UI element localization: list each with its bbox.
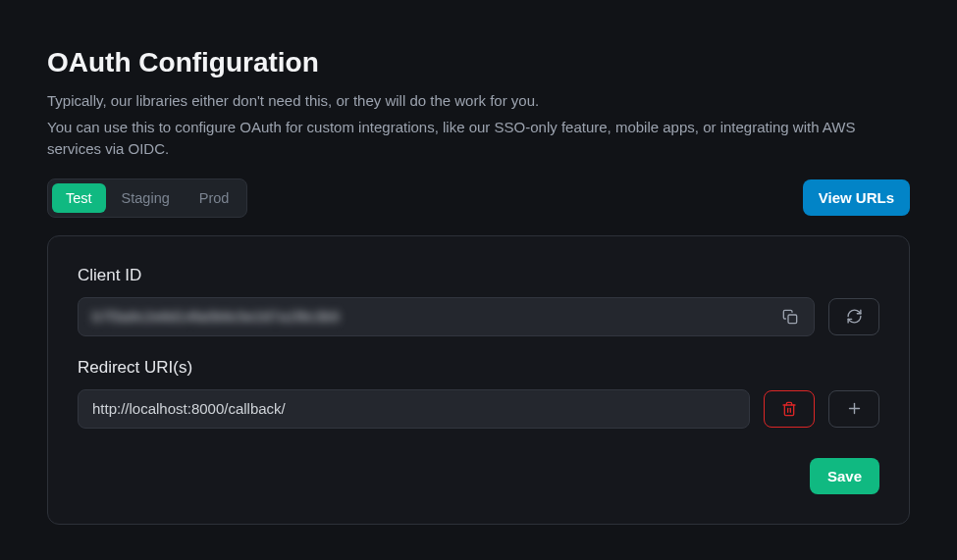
redirect-uri-row [78,389,879,429]
copy-client-id-button[interactable] [780,307,800,327]
config-card: Client ID b7f3a9c2e8d14fa0b6c5e2d7a1f8c3… [47,235,910,525]
client-id-value: b7f3a9c2e8d14fa0b6c5e2d7a1f8c3b9 [92,308,340,325]
client-id-display: b7f3a9c2e8d14fa0b6c5e2d7a1f8c3b9 [78,297,815,336]
refresh-icon [846,308,863,325]
save-button[interactable]: Save [810,458,879,494]
page-description-line2: You can use this to configure OAuth for … [47,117,910,161]
page-description-line1: Typically, our libraries either don't ne… [47,90,910,113]
view-urls-button[interactable]: View URLs [803,179,910,216]
tab-test[interactable]: Test [52,183,106,213]
toolbar-row: Test Staging Prod View URLs [47,178,910,218]
redirect-uri-input[interactable] [78,389,750,429]
client-id-label: Client ID [78,266,879,285]
svg-rect-0 [788,315,797,324]
plus-icon [846,400,863,417]
redirect-uris-label: Redirect URI(s) [78,358,879,378]
page-title: OAuth Configuration [47,47,910,78]
trash-icon [781,401,797,417]
tab-prod[interactable]: Prod [186,183,243,213]
regenerate-client-id-button[interactable] [828,298,879,335]
delete-redirect-uri-button[interactable] [764,390,815,428]
client-id-row: b7f3a9c2e8d14fa0b6c5e2d7a1f8c3b9 [78,297,879,336]
tab-staging[interactable]: Staging [108,183,184,213]
save-row: Save [78,458,879,494]
environment-tab-group: Test Staging Prod [47,178,247,218]
add-redirect-uri-button[interactable] [828,390,879,428]
copy-icon [782,309,798,325]
